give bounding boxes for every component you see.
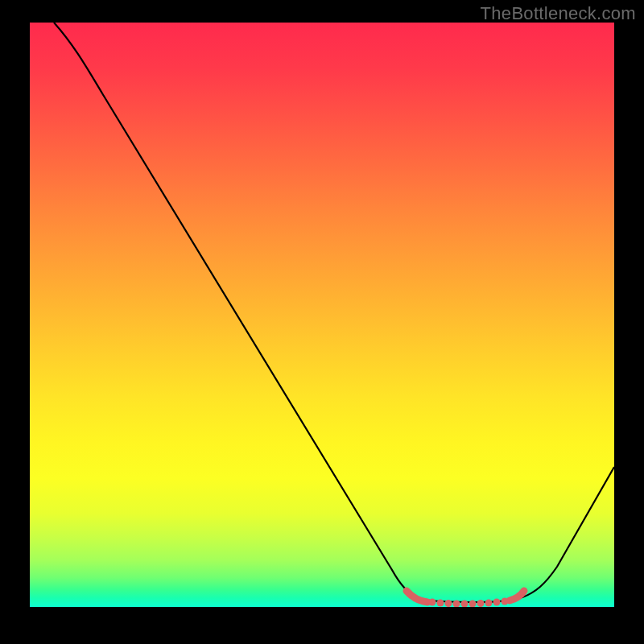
svg-point-0 (429, 599, 436, 606)
chart-container (30, 23, 614, 607)
svg-point-8 (493, 599, 501, 606)
svg-point-5 (469, 601, 477, 608)
svg-point-1 (437, 600, 444, 607)
svg-point-6 (477, 600, 485, 607)
chart-svg (30, 23, 614, 607)
svg-point-2 (445, 600, 452, 607)
watermark-text: TheBottleneck.com (481, 3, 636, 24)
bottleneck-curve-line (54, 23, 614, 602)
minimum-band-overlay (407, 591, 524, 607)
svg-point-7 (485, 600, 493, 607)
